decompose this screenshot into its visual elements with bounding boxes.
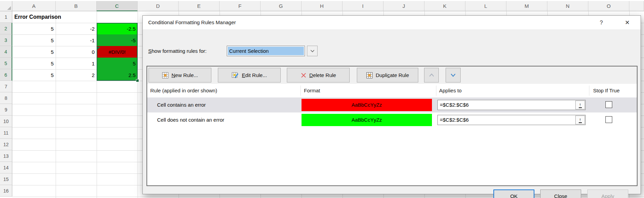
scope-dropdown-value: Current Selection (228, 47, 304, 55)
column-header-B[interactable]: B (56, 1, 97, 11)
stop-if-true-checkbox[interactable] (605, 101, 612, 108)
row-header-1[interactable]: 1 (0, 11, 12, 23)
cell-C4[interactable]: #DIV/0! (97, 46, 138, 58)
dialog-titlebar[interactable]: Conditional Formatting Rules Manager ? ✕ (143, 16, 641, 29)
column-header-L[interactable]: L (465, 1, 506, 11)
collapse-dialog-button[interactable]: ↑ (575, 101, 585, 109)
chevron-up-icon (429, 73, 435, 77)
row-header-2[interactable]: 2 (0, 23, 12, 34)
cell-A1[interactable]: Error Comparison (12, 11, 128, 23)
cell-B6[interactable]: 2 (56, 69, 97, 81)
delete-rule-button[interactable]: Delete Rule (287, 68, 350, 82)
edit-rule-label: Edit Rule... (242, 72, 267, 78)
gridline-v (138, 11, 138, 198)
cell-B4[interactable]: 0 (56, 46, 97, 58)
column-header-O[interactable]: O (588, 1, 629, 11)
edit-rule-button[interactable]: Edit Rule... (218, 68, 281, 82)
row-header-9[interactable]: 9 (0, 104, 12, 116)
cell-C3[interactable]: -5 (97, 34, 138, 46)
cell-B3[interactable]: -1 (56, 34, 97, 46)
applies-to-value: =$C$2:$C$6 (440, 100, 469, 110)
new-rule-button[interactable]: New Rule... (149, 68, 211, 82)
column-header-format: Format (304, 84, 320, 97)
cell-C2[interactable]: -2.5 (97, 23, 138, 34)
row-header-10[interactable]: 10 (0, 116, 12, 127)
applies-to-value: =$C$2:$C$6 (440, 115, 469, 125)
column-header-A[interactable]: A (12, 1, 56, 11)
cell-C6[interactable]: 2.5 (97, 69, 138, 81)
grid-pencil-icon (232, 72, 239, 79)
grid-duplicate-icon (366, 72, 373, 79)
conditional-formatting-rules-manager-dialog: Conditional Formatting Rules Manager ? ✕… (142, 15, 641, 194)
duplicate-rule-button[interactable]: Duplicate Rule (357, 68, 418, 82)
column-header-D[interactable]: D (138, 1, 179, 11)
apply-button[interactable]: Apply (587, 189, 628, 198)
column-header-partial (629, 1, 644, 11)
column-header-C[interactable]: C (97, 1, 138, 11)
fill-handle[interactable] (136, 79, 139, 82)
rules-list: Rule (applied in order shown) Format App… (147, 84, 637, 185)
column-header-G[interactable]: G (261, 1, 302, 11)
chevron-down-icon (450, 73, 456, 77)
header-divider (436, 86, 436, 96)
row-header-8[interactable]: 8 (0, 92, 12, 104)
row-header-12[interactable]: 12 (0, 139, 12, 150)
close-icon[interactable]: ✕ (621, 16, 633, 29)
cell-A6[interactable]: 5 (12, 69, 56, 81)
header-divider (589, 86, 589, 96)
stop-if-true-checkbox[interactable] (605, 116, 612, 123)
help-icon[interactable]: ? (596, 16, 606, 29)
column-header-H[interactable]: H (302, 1, 342, 11)
row-header-5[interactable]: 5 (0, 58, 12, 69)
row-header-3[interactable]: 3 (0, 34, 12, 46)
row-header-7[interactable]: 7 (0, 81, 12, 92)
cell-B2[interactable]: -2 (56, 23, 97, 34)
rule-name: Cell does not contain an error (157, 112, 224, 127)
scope-dropdown-arrow-button[interactable] (307, 46, 318, 56)
applies-to-input[interactable]: =$C$2:$C$6 ↑ (437, 115, 586, 125)
row-header-13[interactable]: 13 (0, 150, 12, 162)
scope-dropdown[interactable]: Current Selection (227, 46, 305, 56)
column-header-N[interactable]: N (547, 1, 588, 11)
cell-C5[interactable]: 5 (97, 58, 138, 69)
column-header-stop-if-true: Stop If True (593, 84, 620, 97)
applies-to-input[interactable]: =$C$2:$C$6 ↑ (437, 100, 586, 110)
column-header-F[interactable]: F (220, 1, 261, 11)
column-header-I[interactable]: I (342, 1, 383, 11)
row-header-14[interactable]: 14 (0, 162, 12, 173)
duplicate-rule-label: Duplicate Rule (376, 72, 409, 78)
row-header-11[interactable]: 11 (0, 127, 12, 139)
column-header-M[interactable]: M (506, 1, 547, 11)
column-header-J[interactable]: J (383, 1, 424, 11)
row-header-6[interactable]: 6 (0, 69, 12, 81)
cell-A4[interactable]: 5 (12, 46, 56, 58)
grid-new-icon (162, 72, 169, 79)
cell-B5[interactable]: 1 (56, 58, 97, 69)
column-header-rule: Rule (applied in order shown) (150, 84, 217, 97)
new-rule-label: New Rule... (171, 72, 198, 78)
column-header-K[interactable]: K (424, 1, 465, 11)
collapse-dialog-button[interactable]: ↑ (575, 116, 585, 124)
cell-A2[interactable]: 5 (12, 23, 56, 34)
ok-button[interactable]: OK (493, 189, 534, 198)
dialog-title: Conditional Formatting Rules Manager (148, 16, 236, 29)
row-header-4[interactable]: 4 (0, 46, 12, 58)
cell-A3[interactable]: 5 (12, 34, 56, 46)
cell-A5[interactable]: 5 (12, 58, 56, 69)
move-rule-down-button[interactable] (446, 68, 461, 82)
delete-rule-label: Delete Rule (309, 72, 336, 78)
rule-row-cell-contains-error[interactable]: Cell contains an error AaBbCcYyZz =$C$2:… (147, 97, 637, 112)
header-divider (300, 86, 301, 96)
select-all-corner[interactable] (0, 1, 12, 11)
rule-row-cell-no-error[interactable]: Cell does not contain an error AaBbCcYyZ… (147, 112, 637, 127)
row-header-15[interactable]: 15 (0, 173, 12, 185)
red-x-icon (300, 72, 307, 78)
show-formatting-rules-label: Show formatting rules for: (148, 46, 207, 56)
row-header-16[interactable]: 16 (0, 185, 12, 197)
column-header-E[interactable]: E (179, 1, 220, 11)
move-rule-up-button[interactable] (424, 68, 439, 82)
rule-format-preview: AaBbCcYyZz (302, 99, 432, 111)
select-all-triangle-icon (7, 6, 11, 10)
rule-format-preview: AaBbCcYyZz (302, 114, 432, 126)
close-button[interactable]: Close (540, 189, 581, 198)
